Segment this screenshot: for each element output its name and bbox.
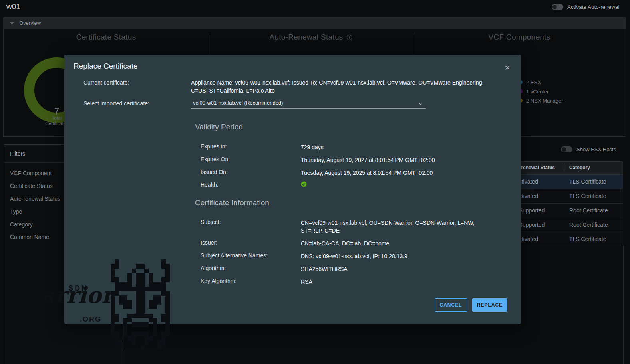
chevron-down-icon (10, 20, 14, 25)
auto-renewal-status-text: Auto-Renewal Status (269, 33, 343, 42)
vcenter-legend-label: 1 vCenter (526, 89, 549, 95)
san-label: Subject Alternative Names: (201, 252, 268, 259)
expires-in-value: 729 days (301, 143, 324, 151)
page-title: w01 (6, 2, 20, 11)
cell-category: TLS Certificate (569, 236, 606, 242)
auto-renewal-status-title: Auto-Renewal Status (209, 33, 413, 42)
info-icon[interactable] (346, 34, 352, 40)
current-certificate-label: Current certificate: (83, 79, 129, 86)
issuer-label: Issuer: (201, 239, 217, 246)
subject-label: Subject: (201, 219, 221, 225)
expires-on-value: Thursday, August 19, 2027 at 8:01:54 PM … (301, 156, 435, 164)
show-esx-hosts-toggle[interactable] (561, 146, 572, 152)
overview-section-header[interactable]: Overview (3, 17, 626, 29)
show-esx-hosts-label: Show ESX Hosts (576, 146, 616, 152)
validity-period-heading: Validity Period (195, 123, 243, 131)
expires-in-label: Expires in: (201, 143, 227, 150)
subject-value: CN=vcf09-w01-nsx.lab.vcf, OU=SDN-Warrior… (301, 219, 489, 235)
key-algorithm-value: RSA (301, 278, 312, 286)
selected-certificate-value: vcf09-w01-nsx.lab.vcf (Recommended) (191, 99, 426, 108)
esx-legend-label: 2 ESX (526, 79, 541, 85)
activate-auto-renewal-toggle[interactable] (552, 4, 563, 10)
vcf-components-title: VCF Components (413, 33, 626, 42)
replace-button[interactable]: REPLACE (472, 298, 507, 312)
legend-item-nsx: 2 NSX Manager (519, 98, 563, 103)
expires-on-label: Expires On: (201, 156, 230, 162)
san-value: DNS: vcf09-w01-nsx.lab.vcf, IP: 10.28.13… (301, 252, 407, 260)
close-icon[interactable]: ✕ (503, 63, 512, 72)
issued-on-value: Tuesday, August 19, 2025 at 8:01:54 PM G… (301, 169, 433, 177)
cell-category: Root Certificate (569, 222, 608, 228)
select-imported-certificate-label: Select imported certificate: (83, 100, 149, 107)
key-algorithm-label: Key Algorithm: (201, 278, 236, 284)
algorithm-label: Algorithm: (201, 265, 226, 271)
algorithm-value: SHA256WITHRSA (301, 265, 348, 273)
nsx-legend-label: 2 NSX Manager (526, 98, 563, 104)
modal-title: Replace Certificate (74, 62, 138, 71)
activate-auto-renewal-label: Activate Auto-renewal (567, 4, 620, 10)
vcf-components-legend: 2 ESX 1 vCenter 2 NSX Manager (519, 79, 563, 103)
legend-item-esx: 2 ESX (519, 79, 563, 85)
health-ok-icon (301, 181, 307, 189)
cell-category: Root Certificate (569, 207, 608, 214)
replace-certificate-modal: Replace Certificate ✕ Current certificat… (64, 55, 521, 324)
cell-category: TLS Certificate (569, 178, 606, 185)
legend-item-vcenter: 1 vCenter (519, 89, 563, 94)
table-panel-right-border (623, 245, 624, 364)
issuer-value: CN=lab-CA-CA, DC=lab, DC=home (301, 239, 389, 247)
cell-category: TLS Certificate (569, 193, 606, 199)
column-header-category[interactable]: Category (569, 165, 590, 170)
issued-on-label: Issued On: (201, 169, 228, 175)
current-certificate-value: Appliance Name: vcf09-w01-nsx.lab.vcf; I… (191, 79, 501, 95)
overview-label: Overview (19, 20, 41, 26)
certificate-information-heading: Certificate Information (195, 198, 269, 207)
column-divider[interactable] (564, 164, 564, 172)
cancel-button[interactable]: CANCEL (435, 298, 467, 312)
health-label: Health: (201, 182, 218, 188)
chevron-down-icon (418, 101, 423, 108)
imported-certificate-select[interactable]: vcf09-w01-nsx.lab.vcf (Recommended) (191, 99, 426, 109)
certificate-status-title: Certificate Status (4, 33, 209, 42)
